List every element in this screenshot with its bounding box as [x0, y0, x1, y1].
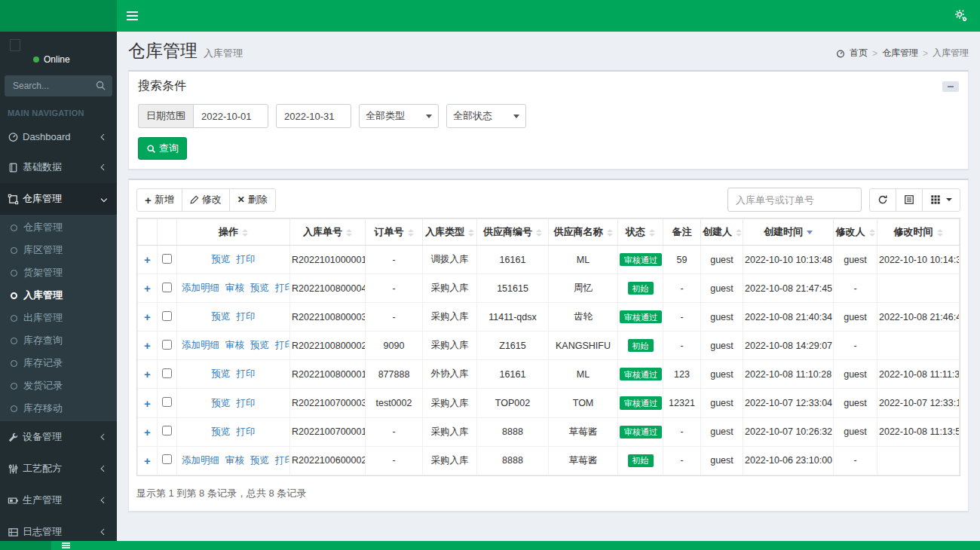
- date-from-input[interactable]: [193, 104, 268, 128]
- header-expand: [138, 219, 158, 246]
- sidebar-subitem-stock-move[interactable]: 库存移动: [0, 397, 117, 420]
- sidebar-subitem-stock-records[interactable]: 库存记录: [0, 352, 117, 374]
- row-action-link[interactable]: 预览: [250, 283, 269, 293]
- cell-supplier-name: 齿轮: [549, 303, 618, 332]
- breadcrumb-home-link[interactable]: 首页: [850, 47, 868, 60]
- breadcrumb-section-link[interactable]: 仓库管理: [882, 47, 918, 60]
- row-action-link[interactable]: 审核: [225, 455, 244, 466]
- sidebar-subitem-inbound-mgmt[interactable]: 入库管理: [0, 284, 117, 307]
- row-checkbox[interactable]: [162, 340, 172, 350]
- row-checkbox[interactable]: [162, 426, 172, 435]
- table-search-input[interactable]: [727, 188, 862, 212]
- row-checkbox[interactable]: [162, 283, 172, 292]
- expand-row-icon[interactable]: +: [144, 426, 151, 438]
- row-action-link[interactable]: 打印: [237, 426, 256, 437]
- row-action-link[interactable]: 审核: [225, 340, 244, 350]
- row-action-link[interactable]: 预览: [212, 398, 231, 408]
- header-status[interactable]: 状态: [618, 219, 663, 246]
- sort-carets-icon: [869, 229, 875, 237]
- cell-modifier: guest: [834, 246, 877, 274]
- row-action-link[interactable]: 预览: [212, 426, 231, 437]
- caret-down-icon: [946, 198, 952, 201]
- row-action-link[interactable]: 打印: [237, 398, 256, 408]
- row-action-link[interactable]: 打印: [237, 368, 256, 379]
- row-checkbox[interactable]: [162, 397, 172, 407]
- row-action-link[interactable]: 预览: [212, 311, 231, 322]
- cell-type: 采购入库: [423, 389, 477, 417]
- sidebar-item-logs[interactable]: 日志管理: [0, 516, 117, 541]
- toggle-view-button[interactable]: [896, 188, 923, 212]
- header-po[interactable]: 订单号: [366, 219, 423, 246]
- cell-created: 2022-10-08 21:47:45: [743, 274, 834, 303]
- bottom-hamburger-icon[interactable]: [62, 541, 70, 550]
- delete-button[interactable]: ✕删除: [229, 188, 276, 212]
- columns-button[interactable]: [922, 188, 960, 212]
- row-action-link[interactable]: 预览: [212, 368, 231, 379]
- row-action-link[interactable]: 添加明细: [182, 340, 219, 350]
- sidebar-item-basic-data[interactable]: 基础数据: [0, 151, 117, 183]
- header-modifier[interactable]: 修改人: [834, 219, 877, 246]
- sidebar-item-recipe[interactable]: 工艺配方: [0, 453, 117, 484]
- sidebar-item-warehouse[interactable]: 仓库管理: [0, 183, 117, 215]
- header-order-no[interactable]: 入库单号: [290, 219, 366, 246]
- header-created-time[interactable]: 创建时间: [743, 219, 834, 246]
- row-action-link[interactable]: 打印: [275, 340, 290, 350]
- row-action-link[interactable]: 预览: [212, 254, 231, 264]
- row-action-link[interactable]: 预览: [250, 340, 269, 350]
- sidebar-subitem-warehouse-mgmt[interactable]: 仓库管理: [0, 216, 117, 239]
- row-action-link[interactable]: 预览: [250, 455, 269, 466]
- cell-created: 2022-10-10 10:13:48: [743, 246, 834, 274]
- date-to-input[interactable]: [276, 104, 351, 128]
- search-icon[interactable]: [95, 80, 106, 91]
- cell-po: 877888: [366, 360, 423, 389]
- row-checkbox[interactable]: [162, 368, 172, 378]
- cell-supplier-code: 16161: [477, 246, 549, 274]
- sidebar-item-equipment[interactable]: 设备管理: [0, 421, 117, 453]
- sidebar-subitem-outbound-mgmt[interactable]: 出库管理: [0, 307, 117, 329]
- settings-gears-icon[interactable]: [954, 9, 968, 23]
- row-checkbox[interactable]: [162, 454, 172, 464]
- row-action-link[interactable]: 审核: [225, 283, 244, 293]
- expand-row-icon[interactable]: +: [144, 310, 151, 323]
- header-supplier-code[interactable]: 供应商编号: [477, 219, 549, 246]
- cell-modifier: guest: [834, 389, 877, 417]
- row-action-link[interactable]: 打印: [275, 455, 290, 466]
- expand-row-icon[interactable]: +: [144, 454, 151, 467]
- header-actions[interactable]: 操作: [177, 219, 290, 246]
- expand-row-icon[interactable]: +: [144, 253, 151, 266]
- x-icon: ✕: [237, 195, 245, 204]
- header-type[interactable]: 入库类型: [423, 219, 477, 246]
- sidebar-subitem-shelf-mgmt[interactable]: 货架管理: [0, 261, 117, 284]
- header-remark[interactable]: 备注: [663, 219, 701, 246]
- row-action-link[interactable]: 添加明细: [182, 283, 219, 293]
- row-action-link[interactable]: 打印: [275, 283, 290, 293]
- status-select[interactable]: 全部状态: [446, 104, 526, 128]
- row-action-link[interactable]: 添加明细: [182, 455, 219, 466]
- collapse-button[interactable]: [942, 81, 959, 92]
- refresh-button[interactable]: [869, 188, 896, 212]
- status-badge: 审核通过: [620, 396, 662, 409]
- row-action-link[interactable]: 打印: [237, 254, 256, 264]
- header-modified-time[interactable]: 修改时间: [877, 219, 960, 246]
- type-select[interactable]: 全部类型: [359, 104, 439, 128]
- row-action-link[interactable]: 打印: [237, 311, 256, 322]
- expand-row-icon[interactable]: +: [144, 339, 151, 352]
- header-supplier-name[interactable]: 供应商名称: [549, 219, 618, 246]
- sidebar-subitem-zone-mgmt[interactable]: 库区管理: [0, 239, 117, 261]
- sidebar-item-production[interactable]: 生产管理: [0, 484, 117, 516]
- expand-row-icon[interactable]: +: [144, 397, 151, 410]
- cell-modifier: -: [834, 332, 877, 360]
- add-button[interactable]: +新增: [136, 188, 182, 212]
- edit-button[interactable]: 修改: [182, 188, 230, 212]
- query-button[interactable]: 查询: [138, 137, 187, 160]
- sidebar-subitem-stock-query[interactable]: 库存查询: [0, 329, 117, 352]
- expand-row-icon[interactable]: +: [144, 282, 151, 295]
- row-checkbox[interactable]: [162, 254, 172, 264]
- row-checkbox[interactable]: [162, 311, 172, 321]
- sidebar-subitem-shipping-records[interactable]: 发货记录: [0, 374, 117, 397]
- sidebar-toggle-button[interactable]: [117, 0, 147, 32]
- logo-area[interactable]: [0, 0, 117, 32]
- expand-row-icon[interactable]: +: [144, 368, 151, 380]
- sidebar-item-dashboard[interactable]: Dashboard: [0, 122, 117, 151]
- header-creator[interactable]: 创建人: [701, 219, 743, 246]
